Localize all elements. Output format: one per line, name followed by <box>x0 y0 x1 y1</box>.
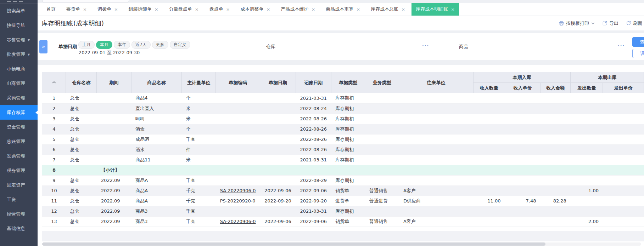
sidebar-item-quick-nav[interactable]: 快捷导航 <box>0 18 38 33</box>
sidebar-item-funds-mgmt[interactable]: 资金管理 <box>0 120 38 134</box>
close-icon[interactable]: × <box>226 7 230 12</box>
tab-bar: 首页要货单×调拨单×组装拆卸单×分量盘点单×盘点单×成本调整单×产品成本维护×商… <box>38 3 644 16</box>
sidebar-item-retail-mgmt[interactable]: 零售管理▼ <box>0 33 38 47</box>
column-header-out-price: 发出单价 <box>603 83 644 93</box>
doc-code-cell <box>216 103 260 114</box>
row-index-cell: 6 <box>42 144 66 155</box>
in-amount-cell <box>541 175 571 185</box>
column-header-product-name: 商品名称 <box>131 72 181 93</box>
tab-inventory-cost-ledger[interactable]: 库存成本总账× <box>366 3 409 16</box>
posting-date-cell: 2021-03-31 <box>296 155 331 165</box>
period-cell <box>97 114 131 124</box>
out-price-cell <box>603 206 644 216</box>
doc-type-cell <box>331 165 365 175</box>
tab-home[interactable]: 首页 <box>42 3 60 16</box>
column-header-counterparty: 往来单位 <box>399 72 473 93</box>
date-pill-自定义[interactable]: 自定义 <box>170 41 190 49</box>
out-qty-cell <box>571 93 603 103</box>
date-range-value[interactable]: 2022-09-01 至 2022-09-30 <box>79 50 140 56</box>
out-price-cell <box>603 93 644 103</box>
sidebar-item-base-info[interactable]: 基础信息 <box>0 221 38 236</box>
tab-count-order[interactable]: 盘点单× <box>205 3 234 16</box>
table-row: 2总仓直出直入米2022-08-24库存期初 <box>42 103 644 114</box>
main-unit-cell: 千克 <box>182 196 216 206</box>
product-input[interactable] <box>471 44 624 53</box>
refresh-button[interactable]: 刷新 <box>626 20 642 27</box>
in-amount-cell <box>541 114 571 124</box>
out-price-cell <box>603 103 644 114</box>
warehouse-picker-ellipsis[interactable]: ••• <box>422 44 429 47</box>
biz-type-cell <box>365 165 399 175</box>
doc-date-cell <box>260 93 296 103</box>
close-icon[interactable]: × <box>195 7 199 12</box>
posting-date-cell: 2022-09-06 <box>296 185 331 196</box>
print-by-template-button[interactable]: 按模板打印 <box>559 20 595 27</box>
row-index-cell: 9 <box>42 175 66 185</box>
column-header-posting-date: 记账日期 <box>296 72 331 93</box>
product-picker-ellipsis[interactable]: ••• <box>618 44 625 47</box>
date-pill-上月[interactable]: 上月 <box>78 41 95 49</box>
column-header-biz-type: 业务类型 <box>365 72 399 93</box>
doc-code-cell[interactable]: PS-20220920-0 <box>216 196 260 206</box>
sidebar-item-xiaochang-ecommerce[interactable]: 小畅电商 <box>0 62 38 76</box>
close-icon[interactable]: × <box>401 7 405 12</box>
sidebar-item-operations-mgmt[interactable]: 经营管理 <box>0 207 38 221</box>
sidebar-item-label: 基础信息 <box>7 226 25 231</box>
tab-weighed-count-order[interactable]: 分量盘点单× <box>165 3 203 16</box>
gear-icon[interactable] <box>52 80 56 85</box>
counterparty-cell <box>399 206 473 216</box>
date-pill-近7天[interactable]: 近7天 <box>131 41 151 49</box>
date-pill-本年[interactable]: 本年 <box>114 41 130 49</box>
doc-code-cell[interactable]: SA-20220906-0 <box>216 216 260 227</box>
export-button[interactable]: 导出 <box>603 20 618 27</box>
query-button[interactable]: 查询 <box>632 37 644 47</box>
collapse-filter-button[interactable]: » <box>39 40 47 53</box>
sidebar-item-general-ledger[interactable]: 总账管理 <box>0 134 38 149</box>
doc-date-cell <box>260 114 296 124</box>
tab-transfer-order[interactable]: 调拨单× <box>93 3 122 16</box>
sidebar-item-invoice-mgmt[interactable]: 发票管理 <box>0 149 38 163</box>
sidebar-item-search-menu[interactable]: 搜索菜单 <box>0 4 38 18</box>
close-icon[interactable]: × <box>451 7 455 12</box>
posting-date-cell: 2022-08-26 <box>296 144 331 155</box>
sidebar-item-payroll[interactable]: 工资 <box>0 192 38 207</box>
export-label: 导出 <box>609 20 618 27</box>
close-icon[interactable]: × <box>155 7 158 12</box>
close-icon[interactable]: × <box>311 7 315 12</box>
sidebar-item-label: 搜索菜单 <box>7 8 25 13</box>
settings-button[interactable]: 设置 <box>632 49 644 58</box>
period-cell <box>97 124 131 134</box>
sidebar-item-fixed-assets[interactable]: 固定资产 <box>0 178 38 192</box>
warehouse-name-cell: 总仓 <box>66 93 97 103</box>
table-row: 6总仓酒水件2022-08-26库存期初 <box>42 144 644 155</box>
tab-assembly-order[interactable]: 组装拆卸单× <box>124 3 163 16</box>
warehouse-input[interactable] <box>280 44 432 53</box>
sidebar-item-ecommerce-mgmt[interactable]: 电商管理 <box>0 76 38 91</box>
date-pill-本月[interactable]: 本月 <box>96 41 112 49</box>
sidebar-item-wholesale-mgmt[interactable]: 批发管理▼ <box>0 47 38 62</box>
close-icon[interactable]: × <box>356 7 360 12</box>
sidebar-item-inventory-accounting[interactable]: 库存核算 <box>0 105 38 120</box>
date-pill-更多[interactable]: 更多 <box>152 41 168 49</box>
counterparty-cell <box>399 93 473 103</box>
doc-code-cell[interactable]: SA-20220906-0 <box>216 185 260 196</box>
tab-product-cost-maintenance[interactable]: 产品成本维护× <box>276 3 319 16</box>
tab-label: 要货单 <box>66 6 80 12</box>
in-amount-cell <box>541 134 571 144</box>
doc-date-cell <box>260 103 296 114</box>
close-icon[interactable]: × <box>267 7 270 12</box>
posting-date-cell: 2022-08-26 <box>296 134 331 144</box>
sidebar-item-purchasing-mgmt[interactable]: 采购管理 <box>0 91 38 105</box>
tab-inventory-cost-detail[interactable]: 库存成本明细账× <box>411 3 459 16</box>
out-price-cell <box>603 216 644 227</box>
table-body: 1总仓商品4个2021-03-31库存期初2总仓直出直入米2022-08-24库… <box>42 93 644 227</box>
close-icon[interactable]: × <box>114 7 118 12</box>
counterparty-cell <box>399 175 473 185</box>
sidebar-item-tax-mgmt[interactable]: 税务管理 <box>0 163 38 178</box>
period-cell <box>97 93 131 103</box>
close-icon[interactable]: × <box>83 7 87 12</box>
horizontal-scrollbar-thumb[interactable] <box>42 242 545 246</box>
tab-goods-cost-recalc[interactable]: 商品成本重算× <box>321 3 364 16</box>
tab-cost-adjustment-order[interactable]: 成本调整单× <box>236 3 275 16</box>
tab-request-order[interactable]: 要货单× <box>62 3 91 16</box>
